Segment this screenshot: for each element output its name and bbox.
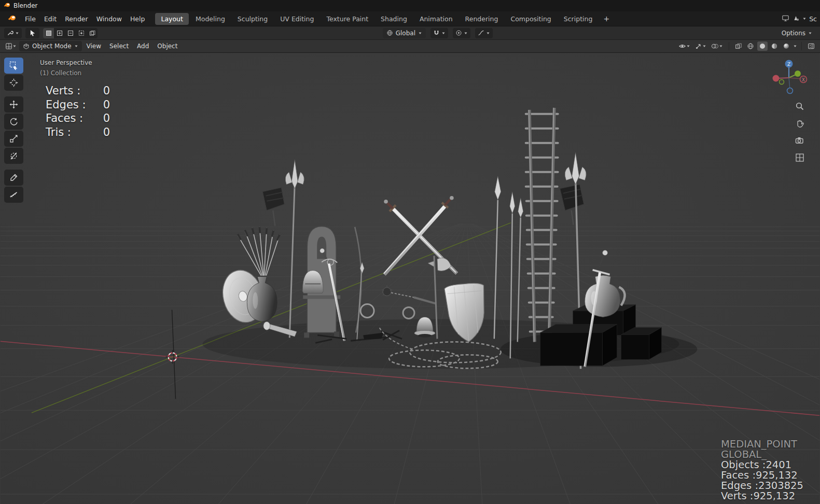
viewport-header-right xyxy=(677,41,816,51)
pencil-icon xyxy=(9,173,18,182)
annotate-tool[interactable] xyxy=(4,170,23,186)
stats-overlay: Verts :0 Edges :0 Faces :0 Tris :0 xyxy=(46,84,110,139)
tab-modeling[interactable]: Modeling xyxy=(190,13,231,25)
xray-icon xyxy=(735,43,742,50)
menu-window[interactable]: Window xyxy=(92,13,126,25)
scene-name[interactable]: Sc xyxy=(809,15,817,23)
zoom-button[interactable] xyxy=(795,102,804,113)
mode-value: Object Mode xyxy=(32,43,72,50)
tab-texture-paint[interactable]: Texture Paint xyxy=(321,13,374,25)
ortho-grid-button[interactable] xyxy=(795,153,804,164)
viewport-3d[interactable]: User Perspective (1) Collection Verts :0… xyxy=(0,52,820,504)
snapping-toggle[interactable] xyxy=(430,28,448,38)
gizmo-axis-x-neg[interactable] xyxy=(773,75,780,82)
display-mode-icon[interactable] xyxy=(782,15,789,23)
tab-uv-editing[interactable]: UV Editing xyxy=(274,13,319,25)
menu-object[interactable]: Object xyxy=(154,41,181,51)
tab-shading[interactable]: Shading xyxy=(375,13,413,25)
view-perspective-label: User Perspective xyxy=(40,58,92,68)
navigation-gizmo[interactable]: Z X xyxy=(770,57,810,100)
window-title: Blender xyxy=(13,2,38,9)
move-tool[interactable] xyxy=(4,96,23,113)
scale-icon xyxy=(9,134,18,143)
chevron-down-icon xyxy=(74,44,78,48)
options-dropdown[interactable]: Options xyxy=(778,28,816,38)
measure-tool[interactable] xyxy=(4,187,23,203)
separator xyxy=(729,42,729,50)
shading-material-button[interactable] xyxy=(769,41,780,51)
orientation-globe-icon xyxy=(386,30,393,36)
gizmos-toggle[interactable] xyxy=(693,41,708,51)
falloff-dropdown[interactable] xyxy=(475,28,493,38)
tab-compositing[interactable]: Compositing xyxy=(505,13,557,25)
editor-type-dropdown[interactable] xyxy=(4,41,18,51)
overlays-toggle[interactable] xyxy=(710,41,725,51)
chevron-down-icon xyxy=(802,17,807,21)
menu-add[interactable]: Add xyxy=(133,41,152,51)
workspace-tabs: Layout Modeling Sculpting UV Editing Tex… xyxy=(155,13,614,25)
rotate-tool[interactable] xyxy=(4,114,23,130)
scene-selector: Sc xyxy=(782,15,817,23)
menu-select[interactable]: Select xyxy=(106,41,132,51)
menu-render[interactable]: Render xyxy=(61,13,92,25)
shading-wireframe-button[interactable] xyxy=(745,41,756,51)
select-box-tool[interactable] xyxy=(4,58,23,74)
xray-toggle[interactable] xyxy=(733,41,744,51)
transform-orientation-dropdown[interactable]: Global xyxy=(383,28,426,38)
sidebar-panel-button[interactable] xyxy=(806,41,816,51)
select-mode-extend-icon[interactable] xyxy=(54,28,65,38)
tool-icon xyxy=(7,30,13,36)
gizmo-arrow-icon xyxy=(695,43,702,50)
chevron-down-icon xyxy=(702,44,706,48)
menu-edit[interactable]: Edit xyxy=(40,13,61,25)
scene-icon[interactable] xyxy=(792,15,800,23)
tab-sculpting[interactable]: Sculpting xyxy=(232,13,273,25)
tab-rendering[interactable]: Rendering xyxy=(460,13,504,25)
move-icon xyxy=(9,100,18,109)
active-tool-button[interactable] xyxy=(25,28,39,38)
stats-row: Edges :0 xyxy=(46,98,110,112)
blender-app-icon xyxy=(4,2,10,10)
select-mode-set-icon[interactable] xyxy=(43,28,54,38)
tab-scripting[interactable]: Scripting xyxy=(558,13,599,25)
shading-rendered-button[interactable] xyxy=(781,41,791,51)
chevron-down-icon xyxy=(486,31,490,35)
pan-hand-button[interactable] xyxy=(795,119,804,130)
select-mode-intersect-icon[interactable] xyxy=(87,28,98,38)
chevron-down-icon xyxy=(793,44,797,48)
gizmo-axis-z-neg[interactable] xyxy=(787,88,793,94)
rendered-sphere-icon xyxy=(783,43,790,50)
blender-logo-menu[interactable] xyxy=(3,12,21,25)
select-mode-invert-icon[interactable] xyxy=(76,28,87,38)
object-mode-icon xyxy=(23,43,30,50)
chevron-down-icon xyxy=(418,31,422,35)
cursor-tool[interactable] xyxy=(4,75,23,91)
gizmo-axis-y-neg[interactable] xyxy=(780,80,784,85)
add-workspace-button[interactable]: + xyxy=(599,13,614,24)
mode-dropdown[interactable]: Object Mode xyxy=(19,41,82,51)
menu-view[interactable]: View xyxy=(83,41,105,51)
active-tool-dropdown[interactable] xyxy=(4,28,22,38)
object-visibility-dropdown[interactable] xyxy=(677,41,692,51)
menu-help[interactable]: Help xyxy=(126,13,149,25)
scale-tool[interactable] xyxy=(4,131,23,147)
separator xyxy=(801,42,802,50)
camera-view-button[interactable] xyxy=(795,136,804,147)
magnet-icon xyxy=(433,30,440,36)
gizmo-z-label: Z xyxy=(787,62,790,67)
tab-layout[interactable]: Layout xyxy=(155,13,189,25)
chevron-down-icon xyxy=(719,44,723,48)
scene-canvas[interactable] xyxy=(0,53,820,504)
stats-row: Tris :0 xyxy=(46,125,110,139)
transform-tool[interactable] xyxy=(4,148,23,164)
cursor-arrow-icon xyxy=(30,30,36,36)
options-label: Options xyxy=(782,30,805,37)
menu-file[interactable]: File xyxy=(21,13,40,25)
panel-icon xyxy=(808,43,815,50)
shading-solid-button[interactable] xyxy=(757,41,768,51)
cursor-3d-icon xyxy=(9,78,18,87)
gizmo-axis-y[interactable] xyxy=(795,71,801,77)
proportional-editing-toggle[interactable] xyxy=(453,28,470,38)
tab-animation[interactable]: Animation xyxy=(414,13,458,25)
select-mode-subtract-icon[interactable] xyxy=(65,28,76,38)
